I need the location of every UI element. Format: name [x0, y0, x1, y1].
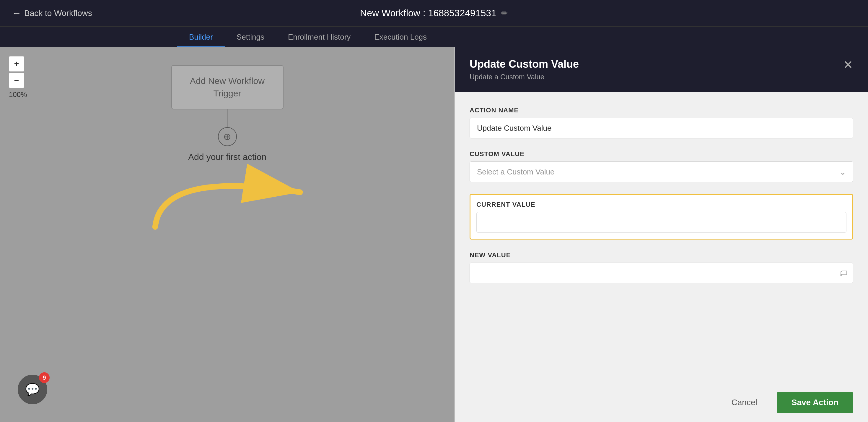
- custom-value-select[interactable]: Select a Custom Value: [470, 162, 853, 182]
- trigger-label: Add New Workflow Trigger: [190, 75, 265, 100]
- panel-subtitle: Update a Custom Value: [470, 73, 853, 81]
- top-nav: ← Back to Workflows New Workflow : 16885…: [0, 0, 868, 27]
- current-value-input[interactable]: [476, 212, 846, 233]
- chat-badge: 9: [39, 372, 50, 383]
- canvas-area: + − 100% Add New Workflow Trigger ⊕ Add …: [0, 47, 455, 422]
- back-arrow-icon: ←: [12, 8, 21, 19]
- back-label: Back to Workflows: [24, 8, 92, 18]
- custom-value-group: Custom Value Select a Custom Value ⌄: [470, 150, 853, 182]
- add-first-action-label: Add your first action: [188, 152, 267, 162]
- workflow-title-area: New Workflow : 1688532491531 ✏: [360, 8, 508, 19]
- panel-title: Update Custom Value: [470, 58, 853, 71]
- panel-footer: Cancel Save Action: [455, 383, 868, 422]
- current-value-label: Current Value: [476, 201, 846, 208]
- plus-icon: ⊕: [223, 131, 231, 142]
- current-value-section: Current Value: [470, 194, 853, 240]
- new-value-section: New Value 🏷: [470, 251, 853, 283]
- right-panel: Update Custom Value Update a Custom Valu…: [455, 47, 868, 422]
- edit-title-icon[interactable]: ✏: [501, 8, 508, 18]
- workflow-canvas: Add New Workflow Trigger ⊕ Add your firs…: [0, 47, 455, 422]
- connector-line: [227, 109, 228, 127]
- workflow-title: New Workflow : 1688532491531: [360, 8, 496, 19]
- tab-execution-logs[interactable]: Execution Logs: [362, 28, 439, 47]
- save-action-button[interactable]: Save Action: [777, 392, 853, 413]
- panel-header: Update Custom Value Update a Custom Valu…: [455, 47, 868, 92]
- new-value-label: New Value: [470, 251, 853, 259]
- panel-close-button[interactable]: ✕: [843, 58, 853, 72]
- new-value-input-wrapper: 🏷: [470, 262, 853, 283]
- panel-body: Action Name Custom Value Select a Custom…: [455, 92, 868, 383]
- cancel-button[interactable]: Cancel: [721, 393, 768, 412]
- tabs-bar: Builder Settings Enrollment History Exec…: [0, 27, 868, 47]
- custom-value-select-wrapper: Select a Custom Value ⌄: [470, 162, 853, 182]
- add-action-circle-button[interactable]: ⊕: [218, 127, 237, 146]
- main-content: + − 100% Add New Workflow Trigger ⊕ Add …: [0, 47, 868, 422]
- chat-icon: 💬: [25, 383, 40, 397]
- chat-bubble[interactable]: 💬 9: [18, 375, 47, 404]
- action-name-label: Action Name: [470, 107, 853, 114]
- back-to-workflows-button[interactable]: ← Back to Workflows: [12, 8, 92, 19]
- tab-settings[interactable]: Settings: [225, 28, 276, 47]
- trigger-box[interactable]: Add New Workflow Trigger: [171, 65, 283, 109]
- tab-enrollment-history[interactable]: Enrollment History: [276, 28, 362, 47]
- custom-value-label: Custom Value: [470, 150, 853, 158]
- action-name-input[interactable]: [470, 118, 853, 138]
- tab-builder[interactable]: Builder: [177, 28, 225, 47]
- action-name-group: Action Name: [470, 107, 853, 138]
- new-value-input[interactable]: [470, 262, 853, 283]
